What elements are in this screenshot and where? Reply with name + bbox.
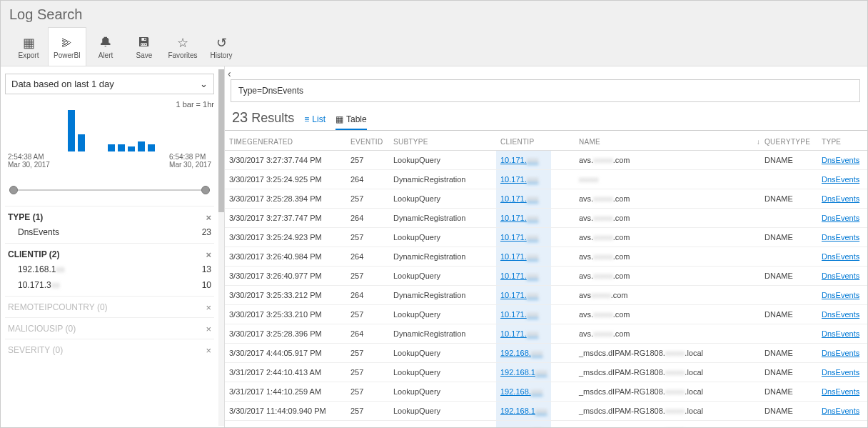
col-TIMEGENERATED[interactable]: TIMEGENERATED (225, 134, 346, 151)
cell-name: _msdcs.dIPAM-RG1808.xxxxx.local (575, 421, 750, 429)
slider-track (9, 189, 210, 191)
view-list-button[interactable]: ≡List (304, 114, 326, 129)
table-row[interactable]: 3/30/2017 3:26:40.977 PM257LookupQuery10… (225, 267, 867, 286)
facet-item-value: 10 (202, 280, 211, 290)
cell-type[interactable]: DnsEvents (817, 344, 867, 363)
table-row[interactable]: 3/30/2017 3:25:24.925 PM264DynamicRegist… (225, 170, 867, 189)
cell-type[interactable]: DnsEvents (817, 421, 867, 429)
cell-clientip[interactable]: 10.171.xxx (496, 228, 575, 247)
cell-querytype (760, 324, 817, 344)
table-row[interactable]: 3/30/2017 4:44:05.917 PM257LookupQuery19… (225, 344, 867, 363)
cell-clientip[interactable]: 10.171.xxx (496, 247, 575, 267)
timerange-dropdown[interactable]: Data based on last 1 day ⌄ (5, 74, 214, 94)
cell-type[interactable]: DnsEvents (817, 305, 867, 324)
cell-type[interactable]: DnsEvents (817, 247, 867, 267)
cell-eventid: 264 (346, 324, 389, 344)
table-row[interactable]: 3/30/2017 3:25:33.210 PM257LookupQuery10… (225, 305, 867, 324)
facet-item-label: DnsEvents (18, 227, 59, 237)
cell-time: 3/30/2017 3:25:28.396 PM (225, 324, 346, 344)
save-button[interactable]: 💾︎Save (125, 27, 163, 66)
cell-clientip[interactable]: 192.168.1xxx (496, 402, 575, 421)
close-icon[interactable]: × (206, 212, 211, 223)
scroll-thumb[interactable] (218, 69, 224, 212)
table-row[interactable]: 3/31/2017 1:44:10.259 AM257LookupQuery19… (225, 382, 867, 402)
facet-item[interactable]: DnsEvents23 (8, 223, 211, 239)
cell-type[interactable]: DnsEvents (817, 151, 867, 170)
query-box[interactable]: Type=DnsEvents (231, 79, 860, 102)
cell-clientip[interactable]: 10.171.xxx (496, 209, 575, 228)
alert-button[interactable]: 🔔︎Alert (86, 27, 125, 66)
cell-name: _msdcs.dIPAM-RG1808.xxxxx.local (575, 363, 750, 382)
cell-type[interactable]: DnsEvents (817, 209, 867, 228)
cell-clientip[interactable]: 10.171.xxx (496, 324, 575, 344)
chevron-down-icon: ⌄ (200, 79, 208, 89)
cell-name: avs.xxxxx.com (575, 267, 750, 286)
cell-clientip[interactable]: 10.171.xxx (496, 286, 575, 305)
cell-type[interactable]: DnsEvents (817, 267, 867, 286)
histogram-chart (5, 110, 214, 153)
table-row[interactable]: 3/30/2017 11:44:09.940 PM257LookupQuery1… (225, 402, 867, 421)
cell-spacer (750, 344, 760, 363)
col-CLIENTIP[interactable]: CLIENTIP (496, 134, 575, 151)
close-icon[interactable]: × (206, 249, 211, 260)
facet-header[interactable]: SEVERITY (0)× (8, 345, 211, 356)
col-TYPE[interactable]: TYPE (817, 134, 867, 151)
col-sort[interactable]: ↓ (750, 134, 760, 151)
favorites-button[interactable]: ☆Favorites (163, 27, 202, 66)
slider-handle-left[interactable] (9, 186, 18, 194)
history-button[interactable]: ↺History (202, 27, 241, 66)
table-row[interactable]: 3/30/2017 3:25:24.923 PM257LookupQuery10… (225, 228, 867, 247)
cell-clientip[interactable]: 192.168.xxx (496, 421, 575, 429)
cell-clientip[interactable]: 10.171.xxx (496, 189, 575, 209)
cell-eventid: 264 (346, 247, 389, 267)
col-NAME[interactable]: NAME (575, 134, 750, 151)
facet-item[interactable]: 192.168.1xx13 (8, 260, 211, 276)
col-EVENTID[interactable]: EVENTID (346, 134, 389, 151)
table-row[interactable]: 3/30/2017 3:27:37.744 PM257LookupQuery10… (225, 151, 867, 170)
cell-clientip[interactable]: 10.171.xxx (496, 170, 575, 189)
facet-item[interactable]: 10.171.3xx10 (8, 276, 211, 292)
facet-header[interactable]: TYPE (1)× (8, 212, 211, 223)
table-row[interactable]: 3/31/2017 2:44:10.413 AM257LookupQuery19… (225, 363, 867, 382)
facet-title: CLIENTIP (2) (8, 249, 59, 260)
powerbi-button[interactable]: ⫸PowerBI (48, 27, 86, 66)
cell-type[interactable]: DnsEvents (817, 170, 867, 189)
cell-name: avsxxxxx.com (575, 286, 750, 305)
col-QUERYTYPE[interactable]: QUERYTYPE (760, 134, 817, 151)
table-row[interactable]: 3/30/2017 8:44:09.344 PM257LookupQuery19… (225, 421, 867, 429)
cell-clientip[interactable]: 192.168.xxx (496, 382, 575, 402)
facet-maliciousip: MALICIOUSIP (0)× (5, 317, 214, 339)
cell-clientip[interactable]: 10.171.xxx (496, 267, 575, 286)
table-row[interactable]: 3/30/2017 3:25:28.394 PM257LookupQuery10… (225, 189, 867, 209)
cell-type[interactable]: DnsEvents (817, 189, 867, 209)
cell-clientip[interactable]: 192.168.1xxx (496, 363, 575, 382)
cell-clientip[interactable]: 10.171.xxx (496, 305, 575, 324)
table-row[interactable]: 3/30/2017 3:25:33.212 PM264DynamicRegist… (225, 286, 867, 305)
slider-handle-right[interactable] (201, 186, 210, 194)
view-table-button[interactable]: ▦Table (335, 114, 367, 130)
facet-header[interactable]: MALICIOUSIP (0)× (8, 324, 211, 334)
cell-type[interactable]: DnsEvents (817, 324, 867, 344)
close-icon[interactable]: × (206, 345, 211, 356)
cell-clientip[interactable]: 192.168.xxx (496, 344, 575, 363)
facet-item-label: 192.168.1xx (18, 264, 64, 274)
cell-eventid: 264 (346, 286, 389, 305)
col-SUBTYPE[interactable]: SUBTYPE (389, 134, 496, 151)
sidebar-scrollbar[interactable] (218, 69, 224, 426)
facet-header[interactable]: REMOTEIPCOUNTRY (0)× (8, 302, 211, 313)
cell-type[interactable]: DnsEvents (817, 228, 867, 247)
cell-type[interactable]: DnsEvents (817, 363, 867, 382)
table-row[interactable]: 3/30/2017 3:25:28.396 PM264DynamicRegist… (225, 324, 867, 344)
export-button[interactable]: ▦Export (9, 27, 48, 66)
table-row[interactable]: 3/30/2017 3:26:40.984 PM264DynamicRegist… (225, 247, 867, 267)
cell-type[interactable]: DnsEvents (817, 402, 867, 421)
close-icon[interactable]: × (206, 324, 211, 334)
close-icon[interactable]: × (206, 302, 211, 313)
cell-type[interactable]: DnsEvents (817, 382, 867, 402)
table-row[interactable]: 3/30/2017 3:27:37.747 PM264DynamicRegist… (225, 209, 867, 228)
facet-header[interactable]: CLIENTIP (2)× (8, 249, 211, 260)
collapse-icon[interactable]: ‹ (228, 68, 231, 79)
time-slider[interactable] (9, 183, 210, 197)
cell-type[interactable]: DnsEvents (817, 286, 867, 305)
cell-clientip[interactable]: 10.171.xxx (496, 151, 575, 170)
